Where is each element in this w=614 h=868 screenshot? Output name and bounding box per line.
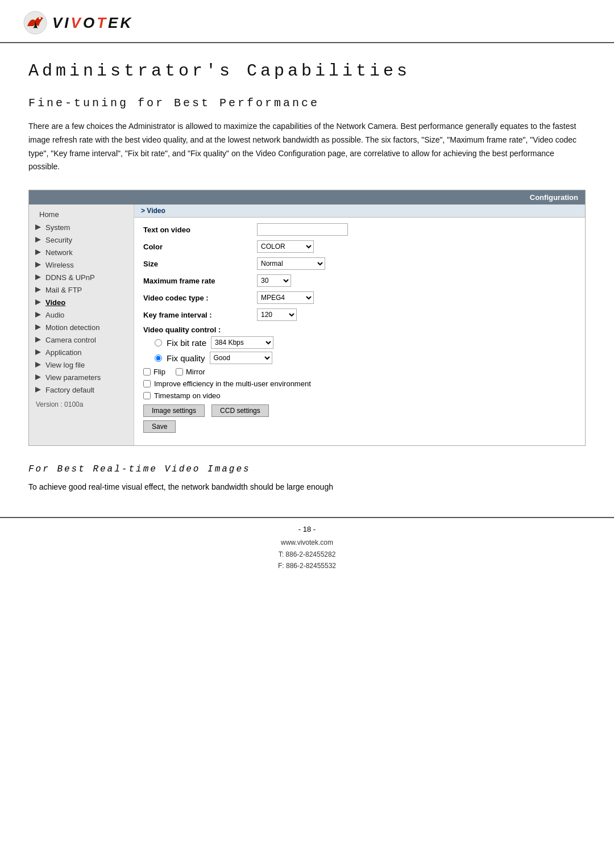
size-row: Size Normal Large Small <box>143 257 576 270</box>
key-frame-row: Key frame interval : 120 60 30 <box>143 308 576 321</box>
footer-website: www.vivotek.com <box>0 537 614 548</box>
mirror-checkbox[interactable] <box>176 368 183 375</box>
sidebar-item-camera[interactable]: Camera control <box>29 333 134 346</box>
arrow-right-icon <box>34 335 43 344</box>
timestamp-checkbox[interactable] <box>143 392 151 399</box>
fix-bit-rate-radio[interactable] <box>155 339 162 347</box>
svg-marker-14 <box>35 374 41 380</box>
section-subtitle: Fine-tuning for Best Performance <box>28 97 586 110</box>
frame-rate-select[interactable]: 30 25 20 15 10 5 <box>257 274 291 287</box>
text-on-video-input[interactable] <box>257 223 348 236</box>
arrow-right-icon <box>34 373 43 382</box>
sidebar-item-system[interactable]: System <box>29 221 134 233</box>
arrow-right-icon <box>34 235 43 244</box>
arrow-right-icon <box>34 310 43 319</box>
arrow-right-icon <box>34 348 43 357</box>
size-select[interactable]: Normal Large Small <box>257 257 325 270</box>
mirror-label: Mirror <box>186 368 205 376</box>
svg-marker-11 <box>35 337 41 343</box>
sidebar-item-wireless[interactable]: Wireless <box>29 258 134 271</box>
quality-select[interactable]: Good Medium Standard Detailed Excellent <box>210 352 272 364</box>
config-panel: Configuration Home System Security <box>28 190 586 446</box>
svg-marker-4 <box>35 249 41 255</box>
svg-marker-8 <box>35 299 41 305</box>
arrow-right-icon <box>34 385 43 394</box>
footer-phone: T: 886-2-82455282 <box>0 549 614 560</box>
footer-fax: F: 886-2-82455532 <box>0 560 614 571</box>
frame-rate-row: Maximum frame rate 30 25 20 15 10 5 <box>143 274 576 287</box>
main-content: Administrator's Capabilities Fine-tuning… <box>0 43 614 517</box>
save-row: Save <box>143 420 576 433</box>
codec-type-select[interactable]: MPEG4 MJPEG <box>257 291 314 304</box>
section-footer-title: For Best Real-time Video Images <box>28 462 586 477</box>
sidebar-item-factory[interactable]: Factory default <box>29 383 134 396</box>
button-row: Image settings CCD settings <box>143 404 576 417</box>
logo: VIVOTEK <box>23 10 133 35</box>
flip-checkbox[interactable] <box>143 368 151 375</box>
sidebar-item-viewlog[interactable]: View log file <box>29 358 134 371</box>
sidebar-item-ddns[interactable]: DDNS & UPnP <box>29 271 134 283</box>
color-select[interactable]: COLOR B&W <box>257 240 314 253</box>
flip-mirror-row: Flip Mirror <box>143 368 576 376</box>
image-settings-button[interactable]: Image settings <box>143 404 205 417</box>
color-row: Color COLOR B&W <box>143 240 576 253</box>
sidebar-item-mail[interactable]: Mail & FTP <box>29 283 134 296</box>
bit-rate-select[interactable]: 384 Kbps 512 Kbps 768 Kbps 1 Mbps <box>211 336 273 349</box>
key-frame-select[interactable]: 120 60 30 <box>257 308 297 321</box>
svg-marker-7 <box>35 287 41 293</box>
size-label: Size <box>143 260 257 268</box>
svg-marker-13 <box>35 362 41 368</box>
timestamp-row: Timestamp on video <box>143 391 576 400</box>
config-header: Configuration <box>29 190 585 205</box>
fix-quality-row: Fix quality Good Medium Standard Detaile… <box>143 352 576 364</box>
arrow-right-icon <box>34 360 43 369</box>
breadcrumb: > Video <box>134 205 585 218</box>
flip-label: Flip <box>154 368 165 376</box>
form-area: > Video Text on video Color COLOR B&W <box>134 205 585 445</box>
form-inner: Text on video Color COLOR B&W Size <box>134 218 585 439</box>
sidebar-item-video[interactable]: Video <box>29 296 134 308</box>
arrow-right-icon <box>34 260 43 269</box>
config-body: Home System Security <box>29 205 585 445</box>
sidebar-item-network[interactable]: Network <box>29 246 134 258</box>
fix-quality-radio[interactable] <box>155 354 162 362</box>
save-button[interactable]: Save <box>143 420 176 433</box>
flip-checkbox-item: Flip <box>143 368 165 376</box>
svg-marker-5 <box>35 262 41 268</box>
logo-bird-icon <box>23 10 48 35</box>
arrow-right-icon <box>34 298 43 307</box>
efficiency-checkbox[interactable] <box>143 380 151 387</box>
ccd-settings-button[interactable]: CCD settings <box>211 404 269 417</box>
sidebar-item-security[interactable]: Security <box>29 233 134 246</box>
arrow-right-icon <box>34 323 43 332</box>
sidebar-item-application[interactable]: Application <box>29 346 134 358</box>
sidebar-item-viewparams[interactable]: View parameters <box>29 371 134 383</box>
section-footer-text: To achieve good real-time visual effect,… <box>28 481 586 494</box>
svg-marker-9 <box>35 312 41 318</box>
version-label: Version : 0100a <box>29 396 134 411</box>
svg-marker-15 <box>35 387 41 393</box>
arrow-right-icon <box>34 273 43 282</box>
arrow-right-icon <box>34 223 43 232</box>
sidebar: Home System Security <box>29 205 134 445</box>
arrow-right-icon <box>34 248 43 257</box>
frame-rate-label: Maximum frame rate <box>143 277 257 285</box>
fix-bit-rate-label: Fix bit rate <box>167 338 206 348</box>
text-on-video-label: Text on video <box>143 226 257 234</box>
mirror-checkbox-item: Mirror <box>176 368 205 376</box>
section-footer: For Best Real-time Video Images To achie… <box>28 462 586 494</box>
fix-bit-rate-row: Fix bit rate 384 Kbps 512 Kbps 768 Kbps … <box>143 336 576 349</box>
page-title: Administrator's Capabilities <box>28 61 586 81</box>
sidebar-item-audio[interactable]: Audio <box>29 308 134 321</box>
sidebar-item-home[interactable]: Home <box>29 208 134 221</box>
logo-text: VIVOTEK <box>52 14 133 32</box>
page-header: VIVOTEK <box>0 0 614 43</box>
intro-text: There are a few choices the Administrato… <box>28 120 586 174</box>
sidebar-item-motion[interactable]: Motion detection <box>29 321 134 333</box>
page-footer: - 18 - www.vivotek.com T: 886-2-82455282… <box>0 517 614 575</box>
vqc-section: Video quality control : Fix bit rate 384… <box>143 326 576 364</box>
svg-marker-12 <box>35 349 41 355</box>
vqc-label: Video quality control : <box>143 326 257 334</box>
key-frame-label: Key frame interval : <box>143 311 257 319</box>
timestamp-label: Timestamp on video <box>154 391 221 400</box>
